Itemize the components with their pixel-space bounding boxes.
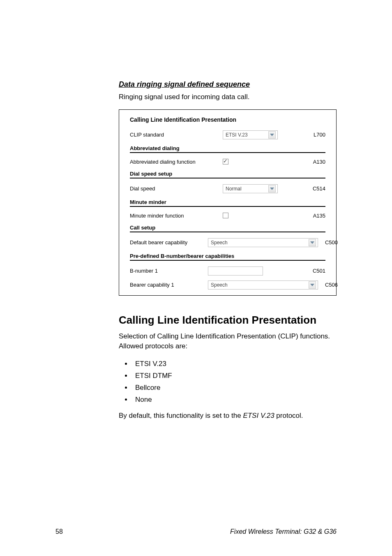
label-bnumber: B-number 1 [130, 268, 208, 274]
section-heading: Data ringing signal defined sequence [119, 80, 337, 89]
label-bearer-capability: Bearer capability 1 [130, 282, 208, 288]
doc-title: Fixed Wireless Terminal: G32 & G36 [230, 528, 337, 535]
page-number: 58 [55, 528, 63, 535]
bearer-capability-value: Speech [211, 282, 307, 288]
dial-speed-select[interactable]: Normal [223, 184, 278, 193]
code-bnumber: C501 [306, 268, 325, 274]
heading-predefined: Pre-defined B-number/bearer capabilities [130, 253, 325, 261]
heading-minute-minder: Minute minder [130, 199, 325, 207]
label-minute-minder: Minute minder function [130, 213, 212, 219]
dial-speed-value: Normal [226, 186, 267, 192]
list-item: None [132, 394, 337, 406]
clip-standard-select[interactable]: ETSI V.23 [223, 130, 278, 139]
default-bearer-select[interactable]: Speech [208, 238, 318, 247]
row-dial-speed: Dial speed Normal C514 [130, 184, 325, 193]
label-clip-standard: CLIP standard [130, 132, 212, 138]
body-para-2: By default, this functionality is set to… [119, 411, 337, 421]
list-item: ETSI V.23 [132, 358, 337, 370]
code-default-bearer: C500 [318, 239, 338, 246]
code-dial-speed: C514 [306, 185, 325, 192]
code-bearer-capability: C506 [318, 282, 338, 288]
section-desc: Ringing signal used for incoming data ca… [119, 92, 337, 102]
code-abbrev: A130 [306, 159, 325, 165]
code-clip: L700 [306, 132, 325, 138]
figure-title: Calling Line Identification Presentation [130, 116, 325, 123]
row-clip-standard: CLIP standard ETSI V.23 L700 [130, 130, 325, 139]
default-bearer-value: Speech [211, 240, 307, 246]
body-para-1: Selection of Calling Line Identification… [119, 331, 337, 351]
p2-b: protocol. [274, 412, 303, 419]
heading-dial-speed: Dial speed setup [130, 171, 325, 178]
row-bearer-capability: Bearer capability 1 Speech C506 [130, 280, 325, 290]
protocol-list: ETSI V.23 ETSI DTMF Bellcore None [132, 358, 337, 406]
chevron-down-icon [309, 239, 316, 246]
list-item: Bellcore [132, 382, 337, 394]
p2-a: By default, this functionality is set to… [119, 412, 243, 419]
row-abbrev-dialing: Abbreviated dialing function A130 [130, 159, 325, 165]
p2-em: ETSI V.23 [243, 412, 274, 419]
row-minute-minder: Minute minder function A135 [130, 213, 325, 219]
chevron-down-icon [309, 281, 316, 289]
label-default-bearer: Default bearer capability [130, 239, 208, 246]
body-heading: Calling Line Identification Presentation [119, 314, 337, 327]
clip-standard-value: ETSI V.23 [226, 132, 267, 138]
chevron-down-icon [268, 131, 276, 139]
chevron-down-icon [268, 185, 276, 192]
row-default-bearer: Default bearer capability Speech C500 [130, 238, 325, 247]
bnumber-input[interactable] [208, 266, 263, 276]
bearer-capability-select[interactable]: Speech [208, 280, 318, 290]
heading-abbrev-dialing: Abbreviated dialing [130, 145, 325, 153]
label-dial-speed: Dial speed [130, 185, 212, 192]
abbrev-dialing-checkbox[interactable] [223, 159, 228, 164]
page-footer: 58 Fixed Wireless Terminal: G32 & G36 [55, 528, 337, 535]
minute-minder-checkbox[interactable] [223, 213, 228, 218]
label-abbrev-dialing: Abbreviated dialing function [130, 159, 212, 165]
code-minute: A135 [306, 213, 325, 219]
settings-figure: Calling Line Identification Presentation… [119, 109, 337, 296]
list-item: ETSI DTMF [132, 370, 337, 382]
row-bnumber: B-number 1 C501 [130, 266, 325, 276]
heading-call-setup: Call setup [130, 225, 325, 232]
